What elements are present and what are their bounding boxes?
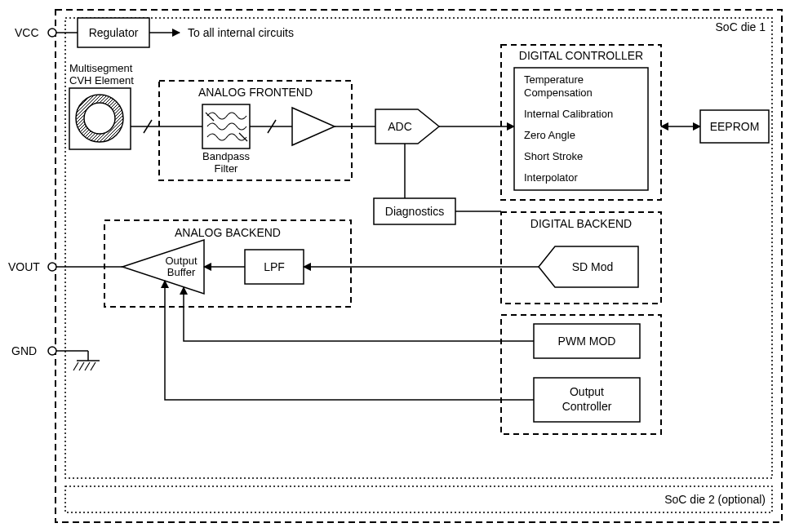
- dc-item-2: Internal Calibration: [524, 108, 613, 120]
- analog-frontend-title: ANALOG FRONTEND: [198, 86, 313, 99]
- sd-mod-label: SD Mod: [572, 260, 614, 273]
- svg-line-10: [85, 362, 90, 370]
- amp-block: [292, 108, 335, 145]
- vcc-label: VCC: [15, 26, 39, 39]
- adc-label: ADC: [388, 120, 412, 133]
- bandpass-label-1: Bandpass: [202, 150, 250, 162]
- cvh-label-1: Multisegment: [69, 62, 133, 74]
- wire-outctrl-outbuf: [165, 281, 534, 400]
- pwm-mod-label: PWM MOD: [558, 335, 616, 348]
- vout-label: VOUT: [8, 260, 40, 273]
- dc-item-1a: Temperature: [524, 73, 584, 86]
- regulator-note: To all internal circuits: [188, 26, 294, 39]
- regulator-label: Regulator: [89, 26, 139, 39]
- eeprom-label: EEPROM: [710, 120, 760, 133]
- soc-die-2-label: SoC die 2 (optional): [664, 493, 766, 506]
- output-controller-label-1: Output: [570, 385, 604, 398]
- bandpass-block: [202, 104, 250, 149]
- digital-backend-title: DIGITAL BACKEND: [530, 217, 632, 230]
- diagnostics-label: Diagnostics: [385, 205, 444, 218]
- soc-die-1-label: SoC die 1: [716, 20, 766, 33]
- dc-item-5: Interpolator: [524, 171, 578, 184]
- output-buffer-label-2: Buffer: [167, 266, 196, 278]
- wire-pwm-outbuf: [184, 287, 534, 341]
- soc-die-1: [65, 18, 772, 478]
- dc-item-4: Short Stroke: [524, 150, 583, 162]
- output-controller-label-2: Controller: [562, 400, 612, 413]
- vout-pin: [48, 263, 56, 271]
- vcc-pin: [48, 29, 56, 37]
- bandpass-label-2: Filter: [215, 162, 239, 175]
- gnd-label: GND: [11, 344, 37, 357]
- dc-item-3: Zero Angle: [524, 129, 575, 141]
- analog-backend-title: ANALOG BACKEND: [175, 226, 281, 239]
- svg-line-11: [91, 362, 95, 370]
- lpf-label: LPF: [264, 260, 285, 273]
- svg-line-9: [79, 362, 84, 370]
- gnd-symbol: [56, 351, 100, 370]
- dc-item-1b: Compensation: [524, 86, 593, 99]
- gnd-pin: [48, 347, 56, 355]
- svg-line-8: [73, 362, 78, 370]
- cvh-label-2: CVH Element: [69, 74, 134, 86]
- digital-controller-title: DIGITAL CONTROLLER: [519, 49, 643, 62]
- output-buffer-label-1: Output: [165, 255, 197, 267]
